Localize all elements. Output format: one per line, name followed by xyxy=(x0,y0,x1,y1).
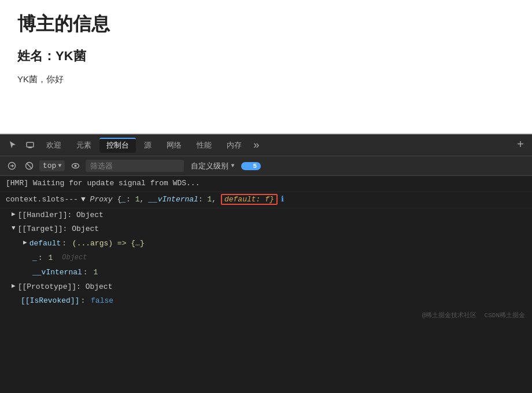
vinternal-row: __vInternal: 1 xyxy=(0,266,532,280)
watermark-text: @稀土掘金技术社区 CSDN稀土掘金 xyxy=(422,311,525,319)
default-func-arrow[interactable] xyxy=(23,238,27,248)
devtools-tabs-bar: 欢迎 元素 控制台 源 网络 性能 内存 » + xyxy=(0,134,532,156)
underscore-text: _: 1 xyxy=(32,252,53,265)
context-selector-label: top xyxy=(43,161,56,170)
cursor-icon[interactable] xyxy=(5,137,21,153)
handler-text: [[Handler]]: Object xyxy=(18,210,104,222)
content-area: 博主的信息 姓名：YK菌 YK菌，你好 xyxy=(0,0,532,133)
sub-title: 姓名：YK菌 xyxy=(17,47,515,65)
hmr-line: [HMR] Waiting for update signal from WDS… xyxy=(0,176,532,192)
object-hint: Object xyxy=(62,252,87,263)
underscore-row: _: 1 Object xyxy=(0,251,532,266)
devtools-panel: 欢迎 元素 控制台 源 网络 性能 内存 » + top ▼ 自定义级别 xyxy=(0,134,532,393)
info-icon[interactable]: ℹ xyxy=(281,195,284,204)
tab-sources[interactable]: 源 xyxy=(137,138,158,153)
default-func-text: default: (...args) => {…} xyxy=(29,238,145,250)
target-arrow[interactable] xyxy=(12,223,16,234)
handler-arrow[interactable] xyxy=(12,210,16,220)
context-selector-arrow: ▼ xyxy=(58,163,61,169)
watermark-row: @稀土掘金技术社区 CSDN稀土掘金 xyxy=(0,308,532,322)
target-row: [[Target]]: Object xyxy=(0,222,532,237)
block-icon[interactable] xyxy=(22,159,36,173)
context-selector[interactable]: top ▼ xyxy=(39,160,65,171)
error-badge: 5 xyxy=(241,162,261,170)
main-title: 博主的信息 xyxy=(17,12,515,37)
custom-level-arrow: ▼ xyxy=(231,163,234,169)
hmr-text: [HMR] Waiting for update signal from WDS… xyxy=(6,178,200,190)
context-slots-label: context.slots--- xyxy=(6,194,81,206)
custom-level-label: 自定义级别 xyxy=(191,161,228,171)
tab-elements[interactable]: 元素 xyxy=(69,138,98,153)
forward-icon[interactable] xyxy=(5,159,19,173)
tab-network[interactable]: 网络 xyxy=(160,138,189,153)
tab-performance[interactable]: 性能 xyxy=(190,138,219,153)
svg-rect-1 xyxy=(28,147,32,148)
console-output: [HMR] Waiting for update signal from WDS… xyxy=(0,176,532,393)
more-tabs-icon[interactable]: » xyxy=(250,139,263,151)
prototype-arrow[interactable] xyxy=(12,281,16,292)
default-highlighted: default: f} xyxy=(221,194,278,205)
svg-point-7 xyxy=(74,165,76,167)
add-tab-icon[interactable]: + xyxy=(513,138,527,152)
default-italic-text: default: f} xyxy=(224,195,274,204)
vinternal-text: __vInternal: 1 xyxy=(32,267,98,279)
filter-input[interactable] xyxy=(86,160,184,172)
svg-rect-0 xyxy=(27,142,34,147)
default-func-row: default: (...args) => {…} xyxy=(0,237,532,251)
custom-level-selector[interactable]: 自定义级别 ▼ xyxy=(187,160,238,172)
tab-welcome[interactable]: 欢迎 xyxy=(39,138,68,153)
eye-icon[interactable] xyxy=(68,159,82,173)
devtools-toolbar: top ▼ 自定义级别 ▼ 5 xyxy=(0,156,532,176)
greeting-text: YK菌，你好 xyxy=(17,74,515,85)
isrevoked-text: [[IsRevoked]]: false xyxy=(21,295,113,307)
proxy-prefix: ▼ Proxy {_: 1, __vInternal: 1, xyxy=(81,195,221,204)
context-slots-value: ▼ Proxy {_: 1, __vInternal: 1, default: … xyxy=(81,194,526,206)
prototype-text: [[Prototype]]: Object xyxy=(18,281,113,293)
target-text: [[Target]]: Object xyxy=(18,223,99,236)
handler-row: [[Handler]]: Object xyxy=(0,208,532,223)
tab-memory[interactable]: 内存 xyxy=(220,138,249,153)
context-slots-line: context.slots--- ▼ Proxy {_: 1, __vInter… xyxy=(0,192,532,208)
isrevoked-row: [[IsRevoked]]: false xyxy=(0,294,532,308)
svg-line-5 xyxy=(27,163,32,168)
device-icon[interactable] xyxy=(22,137,38,153)
prototype-row: [[Prototype]]: Object xyxy=(0,280,532,295)
tab-console[interactable]: 控制台 xyxy=(99,138,136,153)
